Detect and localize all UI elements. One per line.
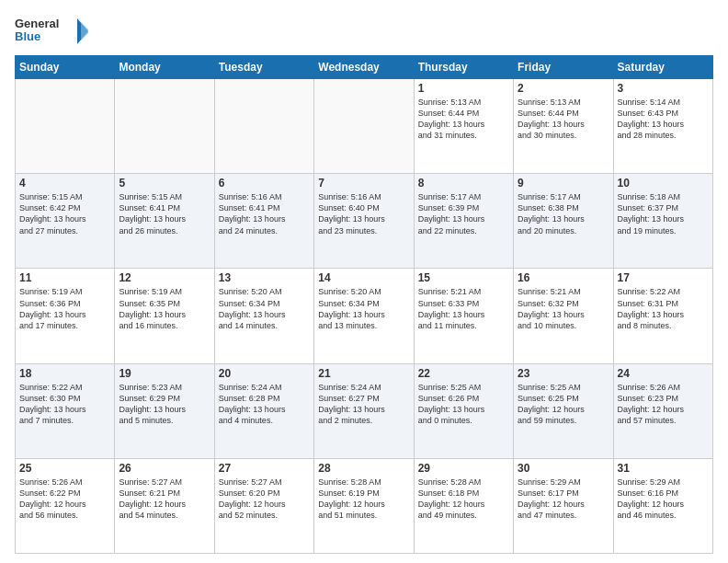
calendar-cell: 5Sunrise: 5:15 AM Sunset: 6:41 PM Daylig… <box>115 174 214 269</box>
day-info: Sunrise: 5:27 AM Sunset: 6:21 PM Dayligh… <box>119 477 210 522</box>
day-number: 18 <box>19 367 110 380</box>
day-info: Sunrise: 5:26 AM Sunset: 6:23 PM Dayligh… <box>618 382 709 427</box>
weekday-header-saturday: Saturday <box>613 56 712 79</box>
day-number: 22 <box>418 367 509 380</box>
day-number: 19 <box>119 367 210 380</box>
day-number: 3 <box>618 82 709 95</box>
calendar-cell: 23Sunrise: 5:25 AM Sunset: 6:25 PM Dayli… <box>514 363 613 458</box>
day-info: Sunrise: 5:29 AM Sunset: 6:16 PM Dayligh… <box>618 477 709 522</box>
day-number: 6 <box>219 177 310 190</box>
calendar-cell: 7Sunrise: 5:16 AM Sunset: 6:40 PM Daylig… <box>314 174 414 269</box>
calendar-table: SundayMondayTuesdayWednesdayThursdayFrid… <box>15 55 713 554</box>
day-info: Sunrise: 5:26 AM Sunset: 6:22 PM Dayligh… <box>19 477 110 522</box>
day-info: Sunrise: 5:14 AM Sunset: 6:43 PM Dayligh… <box>618 97 709 142</box>
svg-marker-3 <box>81 22 88 40</box>
weekday-header-tuesday: Tuesday <box>214 56 313 79</box>
calendar-cell: 19Sunrise: 5:23 AM Sunset: 6:29 PM Dayli… <box>115 363 214 458</box>
day-info: Sunrise: 5:27 AM Sunset: 6:20 PM Dayligh… <box>219 477 310 522</box>
calendar-cell: 28Sunrise: 5:28 AM Sunset: 6:19 PM Dayli… <box>314 458 414 553</box>
calendar-week-row: 1Sunrise: 5:13 AM Sunset: 6:44 PM Daylig… <box>16 79 713 174</box>
calendar-cell: 24Sunrise: 5:26 AM Sunset: 6:23 PM Dayli… <box>613 363 712 458</box>
day-info: Sunrise: 5:18 AM Sunset: 6:37 PM Dayligh… <box>618 191 709 236</box>
logo-svg: General Blue <box>15 15 88 48</box>
day-number: 24 <box>618 367 709 380</box>
calendar-cell: 27Sunrise: 5:27 AM Sunset: 6:20 PM Dayli… <box>214 458 313 553</box>
calendar-cell: 17Sunrise: 5:22 AM Sunset: 6:31 PM Dayli… <box>613 269 712 363</box>
calendar-cell: 8Sunrise: 5:17 AM Sunset: 6:39 PM Daylig… <box>414 174 513 269</box>
calendar-cell <box>314 79 414 174</box>
weekday-header-wednesday: Wednesday <box>314 56 414 79</box>
calendar-cell: 15Sunrise: 5:21 AM Sunset: 6:33 PM Dayli… <box>414 269 513 363</box>
day-number: 21 <box>318 367 409 380</box>
calendar-cell <box>115 79 214 174</box>
day-number: 25 <box>19 462 110 475</box>
day-info: Sunrise: 5:29 AM Sunset: 6:17 PM Dayligh… <box>518 477 609 522</box>
day-info: Sunrise: 5:16 AM Sunset: 6:40 PM Dayligh… <box>318 191 409 236</box>
calendar-cell: 4Sunrise: 5:15 AM Sunset: 6:42 PM Daylig… <box>16 174 115 269</box>
calendar-cell: 29Sunrise: 5:28 AM Sunset: 6:18 PM Dayli… <box>414 458 513 553</box>
calendar-cell: 14Sunrise: 5:20 AM Sunset: 6:34 PM Dayli… <box>314 269 414 363</box>
calendar-cell: 6Sunrise: 5:16 AM Sunset: 6:41 PM Daylig… <box>214 174 313 269</box>
calendar-cell: 20Sunrise: 5:24 AM Sunset: 6:28 PM Dayli… <box>214 363 313 458</box>
day-info: Sunrise: 5:16 AM Sunset: 6:41 PM Dayligh… <box>219 191 310 236</box>
day-number: 23 <box>518 367 609 380</box>
day-number: 10 <box>618 177 709 190</box>
calendar-cell: 12Sunrise: 5:19 AM Sunset: 6:35 PM Dayli… <box>115 269 214 363</box>
day-number: 4 <box>19 177 110 190</box>
day-number: 2 <box>518 82 609 95</box>
day-number: 29 <box>418 462 509 475</box>
logo: General Blue <box>15 15 88 48</box>
day-info: Sunrise: 5:15 AM Sunset: 6:42 PM Dayligh… <box>19 191 110 236</box>
day-number: 26 <box>119 462 210 475</box>
calendar-cell: 1Sunrise: 5:13 AM Sunset: 6:44 PM Daylig… <box>414 79 513 174</box>
calendar-cell: 25Sunrise: 5:26 AM Sunset: 6:22 PM Dayli… <box>16 458 115 553</box>
calendar-cell: 30Sunrise: 5:29 AM Sunset: 6:17 PM Dayli… <box>514 458 613 553</box>
day-number: 8 <box>418 177 509 190</box>
day-info: Sunrise: 5:20 AM Sunset: 6:34 PM Dayligh… <box>318 286 409 331</box>
day-number: 17 <box>618 271 709 284</box>
day-number: 9 <box>518 177 609 190</box>
day-info: Sunrise: 5:28 AM Sunset: 6:19 PM Dayligh… <box>318 477 409 522</box>
day-info: Sunrise: 5:19 AM Sunset: 6:36 PM Dayligh… <box>19 286 110 331</box>
day-info: Sunrise: 5:13 AM Sunset: 6:44 PM Dayligh… <box>418 97 509 142</box>
day-info: Sunrise: 5:22 AM Sunset: 6:31 PM Dayligh… <box>618 286 709 331</box>
calendar-cell: 26Sunrise: 5:27 AM Sunset: 6:21 PM Dayli… <box>115 458 214 553</box>
day-info: Sunrise: 5:25 AM Sunset: 6:25 PM Dayligh… <box>518 382 609 427</box>
weekday-header-monday: Monday <box>115 56 214 79</box>
calendar-cell: 21Sunrise: 5:24 AM Sunset: 6:27 PM Dayli… <box>314 363 414 458</box>
calendar-cell: 9Sunrise: 5:17 AM Sunset: 6:38 PM Daylig… <box>514 174 613 269</box>
calendar-cell: 10Sunrise: 5:18 AM Sunset: 6:37 PM Dayli… <box>613 174 712 269</box>
day-number: 12 <box>119 271 210 284</box>
day-info: Sunrise: 5:17 AM Sunset: 6:38 PM Dayligh… <box>518 191 609 236</box>
day-number: 5 <box>119 177 210 190</box>
day-info: Sunrise: 5:19 AM Sunset: 6:35 PM Dayligh… <box>119 286 210 331</box>
weekday-header-sunday: Sunday <box>16 56 115 79</box>
day-number: 1 <box>418 82 509 95</box>
day-info: Sunrise: 5:25 AM Sunset: 6:26 PM Dayligh… <box>418 382 509 427</box>
day-number: 31 <box>618 462 709 475</box>
day-info: Sunrise: 5:13 AM Sunset: 6:44 PM Dayligh… <box>518 97 609 142</box>
day-number: 20 <box>219 367 310 380</box>
calendar-cell: 2Sunrise: 5:13 AM Sunset: 6:44 PM Daylig… <box>514 79 613 174</box>
day-number: 13 <box>219 271 310 284</box>
calendar-cell: 13Sunrise: 5:20 AM Sunset: 6:34 PM Dayli… <box>214 269 313 363</box>
calendar-cell: 18Sunrise: 5:22 AM Sunset: 6:30 PM Dayli… <box>16 363 115 458</box>
day-number: 14 <box>318 271 409 284</box>
day-info: Sunrise: 5:24 AM Sunset: 6:27 PM Dayligh… <box>318 382 409 427</box>
calendar-week-row: 25Sunrise: 5:26 AM Sunset: 6:22 PM Dayli… <box>16 458 713 553</box>
weekday-header-thursday: Thursday <box>414 56 513 79</box>
calendar-week-row: 11Sunrise: 5:19 AM Sunset: 6:36 PM Dayli… <box>16 269 713 363</box>
calendar-cell: 31Sunrise: 5:29 AM Sunset: 6:16 PM Dayli… <box>613 458 712 553</box>
day-info: Sunrise: 5:28 AM Sunset: 6:18 PM Dayligh… <box>418 477 509 522</box>
day-info: Sunrise: 5:22 AM Sunset: 6:30 PM Dayligh… <box>19 382 110 427</box>
page: General Blue SundayMondayTuesdayWednesda… <box>0 0 728 563</box>
calendar-cell <box>16 79 115 174</box>
day-info: Sunrise: 5:23 AM Sunset: 6:29 PM Dayligh… <box>119 382 210 427</box>
day-info: Sunrise: 5:15 AM Sunset: 6:41 PM Dayligh… <box>119 191 210 236</box>
day-info: Sunrise: 5:21 AM Sunset: 6:33 PM Dayligh… <box>418 286 509 331</box>
day-number: 28 <box>318 462 409 475</box>
calendar-cell: 16Sunrise: 5:21 AM Sunset: 6:32 PM Dayli… <box>514 269 613 363</box>
day-info: Sunrise: 5:20 AM Sunset: 6:34 PM Dayligh… <box>219 286 310 331</box>
day-number: 15 <box>418 271 509 284</box>
day-info: Sunrise: 5:24 AM Sunset: 6:28 PM Dayligh… <box>219 382 310 427</box>
